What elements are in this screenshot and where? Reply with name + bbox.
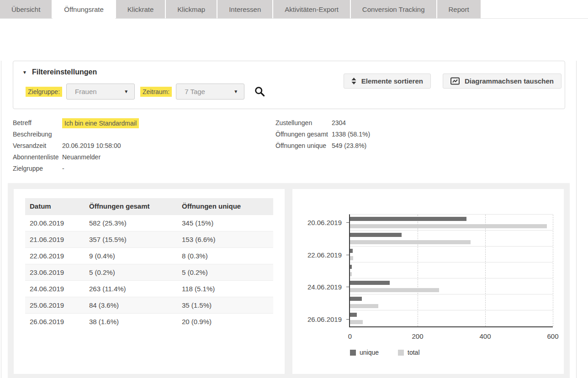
- y-axis-label: 24.06.2019: [307, 283, 342, 291]
- tab-klickrate[interactable]: Klickrate: [116, 0, 165, 18]
- abonnentenliste-label: Abonnentenliste: [13, 152, 62, 163]
- bar-unique: [350, 313, 357, 317]
- table-header-row: Datum Öffnungen gesamt Öffnungen unique: [25, 198, 273, 215]
- bar-total: [350, 320, 363, 324]
- bar-unique: [350, 281, 390, 285]
- openings-chart-panel: 20.06.201922.06.201924.06.201926.06.2019…: [292, 189, 564, 374]
- total-swatch-icon: [398, 350, 404, 356]
- tab-bar: Übersicht Öffnungsrate Klickrate Klickma…: [0, 0, 588, 18]
- zeitraum-filter-label: Zeitraum:: [140, 87, 172, 97]
- line-chart-icon: [450, 77, 460, 85]
- x-axis-tick-label: 200: [412, 332, 423, 340]
- bar-total: [350, 240, 471, 244]
- toolbar: Elemente sortieren Diagrammachsen tausch…: [344, 74, 562, 89]
- table-row: 23.06.20195 (0.2%)5 (0.2%): [25, 264, 273, 280]
- table-row: 24.06.2019263 (11.4%)118 (5.1%): [25, 280, 273, 297]
- y-axis-label: 20.06.2019: [307, 218, 342, 226]
- bar-unique: [350, 297, 362, 301]
- oeffnungen-unique-label: Öffnungen unique: [275, 140, 332, 152]
- chevron-down-icon: ▼: [124, 89, 128, 94]
- betreff-label: Betreff: [13, 117, 62, 129]
- bar-total: [350, 272, 352, 276]
- mailing-stats: Zustellungen 2304 Öffnungen gesamt 1338 …: [275, 117, 370, 152]
- y-axis-label: 26.06.2019: [307, 315, 342, 323]
- bar-group: [350, 215, 553, 231]
- betreff-value: Ich bin eine Standardmail: [62, 118, 139, 128]
- chevron-down-icon: ▼: [233, 89, 238, 94]
- gridline: [553, 215, 553, 326]
- table-row: 21.06.2019357 (15.5%)153 (6.6%): [25, 231, 273, 247]
- sort-elements-button[interactable]: Elemente sortieren: [344, 74, 431, 89]
- tab-conversion-tracking[interactable]: Conversion Tracking: [351, 0, 436, 18]
- x-axis-tick-label: 400: [479, 332, 491, 340]
- bar-total: [350, 256, 353, 260]
- bar-unique: [350, 265, 352, 269]
- chart-legend: unique total: [350, 349, 553, 356]
- y-axis-label: 22.06.2019: [307, 251, 342, 258]
- bar-chart: 20.06.201922.06.201924.06.201926.06.2019: [303, 214, 553, 327]
- openings-table: Datum Öffnungen gesamt Öffnungen unique …: [25, 198, 273, 330]
- tab-report[interactable]: Report: [437, 0, 481, 18]
- tab-interessen[interactable]: Interessen: [217, 0, 272, 18]
- abonnentenliste-value: Neuanmelder: [62, 152, 101, 163]
- table-row: 20.06.2019582 (25.3%)345 (15%): [25, 215, 273, 231]
- bar-group: [350, 310, 553, 326]
- x-axis-tick-label: 0: [348, 332, 352, 340]
- oeffnungen-gesamt-label: Öffnungen gesamt: [275, 129, 332, 140]
- bar-group: [350, 262, 553, 278]
- legend-item-total: total: [398, 349, 419, 356]
- bar-group: [350, 294, 553, 310]
- bar-group: [350, 231, 553, 247]
- tab-oeffnungsrate[interactable]: Öffnungsrate: [53, 0, 115, 19]
- filter-settings-title: Filtereinstellungen: [32, 68, 97, 76]
- zeitraum-select[interactable]: 7 Tage ▼: [176, 84, 244, 100]
- versandzeit-value: 20.06.2019 10:58:00: [62, 140, 121, 152]
- bar-group: [350, 247, 553, 262]
- table-row: 25.06.201984 (3.6%)35 (1.5%): [25, 297, 273, 313]
- beschreibung-label: Beschreibung: [13, 129, 62, 140]
- zustellungen-value: 2304: [332, 117, 346, 129]
- col-oeffnungen-gesamt: Öffnungen gesamt: [85, 198, 177, 215]
- bar-unique: [350, 249, 353, 253]
- zielgruppe-detail-value: -: [62, 163, 64, 174]
- zielgruppe-filter-label: Zielgruppe:: [26, 87, 62, 97]
- table-row: 22.06.20199 (0.4%)8 (0.3%): [25, 247, 273, 264]
- zielgruppe-select-value: Frauen: [75, 88, 97, 95]
- col-datum: Datum: [25, 198, 85, 215]
- zielgruppe-detail-label: Zielgruppe: [13, 163, 62, 174]
- swap-chart-axes-label: Diagrammachsen tauschen: [465, 77, 554, 85]
- search-button[interactable]: [254, 86, 265, 97]
- oeffnungen-unique-value: 549 (23.8%): [332, 140, 366, 152]
- bar-group: [350, 278, 553, 294]
- versandzeit-label: Versandzeit: [13, 140, 62, 152]
- bar-total: [350, 224, 547, 228]
- bar-unique: [350, 217, 466, 221]
- tab-aktivitaeten-export[interactable]: Aktivitäten-Export: [273, 0, 350, 18]
- bar-total: [350, 304, 378, 308]
- swap-chart-axes-button[interactable]: Diagrammachsen tauschen: [443, 74, 562, 89]
- zustellungen-label: Zustellungen: [275, 117, 332, 129]
- oeffnungen-gesamt-value: 1338 (58.1%): [332, 129, 370, 140]
- search-icon: [254, 86, 265, 97]
- collapse-caret-icon: ▼: [22, 70, 27, 75]
- chart-plot: [349, 214, 553, 327]
- tab-klickmap[interactable]: Klickmap: [166, 0, 217, 18]
- legend-unique-label: unique: [360, 349, 379, 356]
- sort-arrows-icon: [351, 78, 356, 84]
- bar-unique: [350, 233, 402, 237]
- tab-uebersicht[interactable]: Übersicht: [0, 0, 52, 18]
- mailing-details: Betreff Ich bin eine Standardmail Beschr…: [13, 117, 576, 175]
- unique-swatch-icon: [350, 350, 356, 356]
- zielgruppe-select[interactable]: Frauen ▼: [66, 84, 135, 100]
- chart-y-axis: 20.06.201922.06.201924.06.201926.06.2019: [303, 214, 349, 327]
- openings-table-panel: Datum Öffnungen gesamt Öffnungen unique …: [14, 189, 285, 374]
- zeitraum-select-value: 7 Tage: [185, 88, 205, 95]
- legend-item-unique: unique: [350, 349, 379, 356]
- chart-x-axis: 0200400600: [350, 327, 553, 343]
- x-axis-tick-label: 600: [547, 332, 558, 340]
- table-row: 26.06.201938 (1.6%)20 (0.9%): [25, 313, 273, 330]
- col-oeffnungen-unique: Öffnungen unique: [177, 198, 273, 215]
- legend-total-label: total: [408, 349, 419, 356]
- bar-total: [350, 288, 439, 292]
- page: Elemente sortieren Diagrammachsen tausch…: [1, 61, 577, 378]
